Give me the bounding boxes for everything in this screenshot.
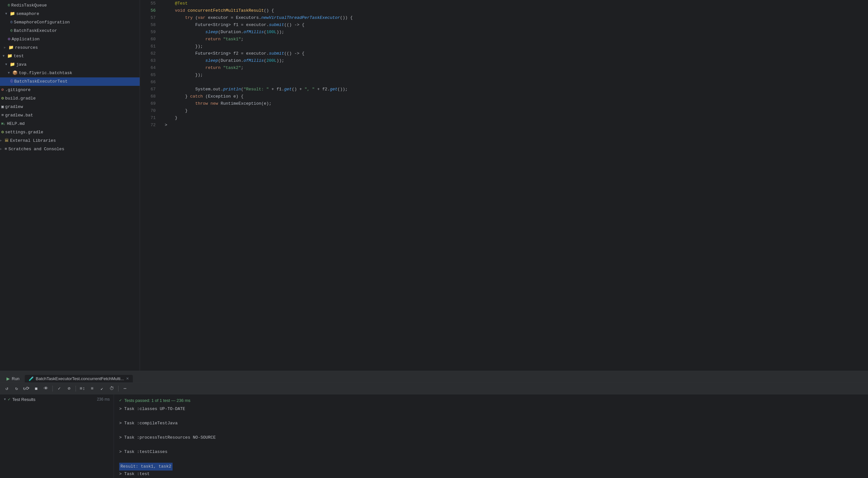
sort-button[interactable]: ≡↕ <box>78 384 87 393</box>
code-line-62: Future<String> f2 = executor.submit(() -… <box>165 50 868 57</box>
sidebar-item-label: Scratches and Consoles <box>8 146 64 153</box>
sidebar-item-top-flyeric[interactable]: ▼ 📦 top.flyeric.batchtask <box>0 69 140 77</box>
rerun-until-stop-button[interactable]: ↻⟳ <box>22 384 31 393</box>
code-line-55: @Test <box>165 0 868 7</box>
expand-arrow-icon: ▼ <box>5 61 7 68</box>
export-button[interactable]: ↙ <box>98 384 106 393</box>
test-pass-message: Tests passed: 1 of 1 test — 236 ms <box>124 397 190 404</box>
expand-arrow-icon: ▶ <box>0 137 2 144</box>
sidebar-item-help-md[interactable]: M↓ HELP.md <box>0 120 140 128</box>
run-tab-icon: ▶ <box>6 376 10 381</box>
sidebar-item-semaphore[interactable]: ▼ 📁 semaphore <box>0 10 140 18</box>
tab-run[interactable]: ▶ Run <box>3 375 24 382</box>
interface-icon: © <box>10 19 13 26</box>
test-result-label: Test Results <box>12 397 35 402</box>
line-num-55: 55 <box>140 0 156 7</box>
test-results-area: ▼ ✓ Test Results 236 ms ✓ Tests passed: … <box>0 395 868 478</box>
coverage-button[interactable]: 👁 <box>42 384 50 393</box>
toolbar-separator-2 <box>75 386 76 391</box>
line-num-60: 60 <box>140 36 156 43</box>
class-icon: © <box>10 27 13 34</box>
sidebar-item-batchtaskexecutortest[interactable]: © BatchTaskExecutorTest <box>0 77 140 86</box>
folder-icon: 📁 <box>8 44 14 52</box>
code-line-69: throw new RuntimeException(e); <box>165 100 868 107</box>
folder-icon: 📁 <box>10 61 15 68</box>
sidebar-item-label: test <box>14 53 24 60</box>
bottom-panel: ▶ Run 🧪 BatchTaskExecutorTest.concurrent… <box>0 371 868 478</box>
tab-batchtaskexecutortest[interactable]: 🧪 BatchTaskExecutorTest.concurrentFetchM… <box>25 375 133 382</box>
test-tab-icon: 🧪 <box>29 376 34 381</box>
code-content: @Test void concurrentFetchMultiTaskResul… <box>159 0 868 371</box>
line-num-66: 66 <box>140 79 156 86</box>
code-line-59: sleep(Duration.ofMillis(100L)); <box>165 29 868 36</box>
toolbar-separator-1 <box>53 386 53 391</box>
sidebar-item-label: HELP.md <box>7 120 25 128</box>
expand-arrow-icon: ▶ <box>0 146 2 153</box>
show-ignored-button[interactable]: ⊘ <box>65 384 73 393</box>
expand-arrow-icon: ▼ <box>8 70 10 77</box>
sidebar-item-scratches[interactable]: ▶ ≡ Scratches and Consoles <box>0 145 140 153</box>
pass-check-icon: ✓ <box>119 397 122 404</box>
sidebar-item-application[interactable]: ⚙ Application <box>0 35 140 43</box>
sidebar-item-label: External Libraries <box>10 137 56 144</box>
output-line-5: > Task :test <box>119 471 863 478</box>
stop-button[interactable]: ◼ <box>32 384 40 393</box>
line-num-62: 62 <box>140 50 156 57</box>
bottom-toolbar: ↺ ↻ ↻⟳ ◼ 👁 ✓ ⊘ ≡↕ ≡ ↙ ⏱ ⋯ <box>0 383 868 395</box>
test-result-item[interactable]: ▼ ✓ Test Results 236 ms <box>0 396 114 403</box>
git-icon: ⊘ <box>1 87 4 94</box>
sidebar-item-label: gradlew <box>5 103 23 110</box>
line-num-56: 56 ▶ <box>140 7 156 14</box>
package-icon: 📦 <box>12 70 18 77</box>
output-line-result: Result: task1, task2 <box>119 463 173 471</box>
tab-close-button[interactable]: ✕ <box>126 377 129 381</box>
gradle2-icon: ⚙ <box>1 129 4 136</box>
sidebar-item-gradlew-bat[interactable]: ≡ gradlew.bat <box>0 111 140 120</box>
gradle-icon: ⚙ <box>1 95 4 102</box>
code-line-61: }); <box>165 43 868 50</box>
sidebar-item-gradlew[interactable]: ▣ gradlew <box>0 103 140 111</box>
bottom-tabs: ▶ Run 🧪 BatchTaskExecutorTest.concurrent… <box>0 371 868 383</box>
sidebar-item-label: settings.gradle <box>5 129 43 136</box>
output-line-4: > Task :testClasses <box>119 448 863 455</box>
code-line-58: Future<String> f1 = executor.submit(() -… <box>165 22 868 29</box>
sidebar-item-resources[interactable]: ▶ 📁 resources <box>0 43 140 52</box>
code-line-60: return "task1"; <box>165 36 868 43</box>
test-output: ✓ Tests passed: 1 of 1 test — 236 ms > T… <box>114 395 868 478</box>
test-class-icon: © <box>10 78 13 85</box>
sidebar-item-external-libraries[interactable]: ▶ 🏛 External Libraries <box>0 137 140 145</box>
line-num-63: 63 <box>140 57 156 64</box>
sidebar-item-build-gradle[interactable]: ⚙ build.gradle <box>0 94 140 103</box>
sidebar-item-label: build.gradle <box>5 95 36 102</box>
output-line-1: > Task :classes UP-TO-DATE <box>119 406 863 413</box>
code-line-64: return "task2"; <box>165 64 868 72</box>
folder-icon: 📁 <box>7 53 12 60</box>
sidebar-item-batchtaskexecutor[interactable]: © BatchTaskExecutor <box>0 27 140 35</box>
sidebar-item-java-test[interactable]: ▼ 📁 java <box>0 61 140 69</box>
group-button[interactable]: ≡ <box>88 384 96 393</box>
output-line-2: > Task :compileTestJava <box>119 420 863 427</box>
more-button[interactable]: ⋯ <box>121 384 129 393</box>
rerun-failed-button[interactable]: ↻ <box>12 384 21 393</box>
rerun-button[interactable]: ↺ <box>3 384 11 393</box>
sidebar-item-test[interactable]: ▼ 📁 test <box>0 52 140 61</box>
sidebar-item-redistaskqueue[interactable]: © RedisTaskQueue <box>0 1 140 10</box>
line-num-68: 68 <box>140 93 156 100</box>
line-num-67: 67 <box>140 86 156 93</box>
sidebar-item-gitignore[interactable]: ⊘ .gitignore <box>0 86 140 94</box>
code-line-70: } <box>165 107 868 114</box>
annotation: @Test <box>165 1 188 6</box>
code-line-68: } catch (Exception e) { <box>165 93 868 100</box>
md-icon: M↓ <box>1 120 5 128</box>
sidebar-item-label: SemaphoreConfiguration <box>14 19 70 26</box>
class-icon: © <box>8 2 10 9</box>
test-results-sidebar: ▼ ✓ Test Results 236 ms <box>0 395 114 478</box>
test-pass-icon: ✓ <box>8 397 10 402</box>
sidebar-item-label: Application <box>12 36 40 43</box>
time-button[interactable]: ⏱ <box>107 384 116 393</box>
sidebar-item-semaphoreconfig[interactable]: © SemaphoreConfiguration <box>0 18 140 27</box>
sidebar-item-settings-gradle[interactable]: ⚙ settings.gradle <box>0 128 140 137</box>
line-num-64: 64 <box>140 64 156 72</box>
show-passed-button[interactable]: ✓ <box>55 384 63 393</box>
code-line-66 <box>165 79 868 86</box>
